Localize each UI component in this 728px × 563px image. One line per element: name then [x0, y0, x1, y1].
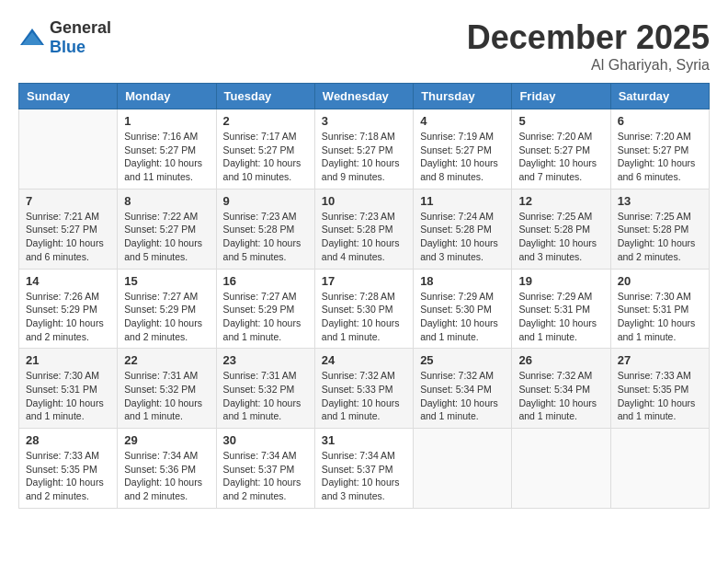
calendar-cell: 31Sunrise: 7:34 AM Sunset: 5:37 PM Dayli… — [314, 429, 413, 509]
day-info: Sunrise: 7:32 AM Sunset: 5:34 PM Dayligh… — [420, 369, 505, 423]
calendar-cell: 9Sunrise: 7:23 AM Sunset: 5:28 PM Daylig… — [216, 189, 314, 269]
calendar-cell: 8Sunrise: 7:22 AM Sunset: 5:27 PM Daylig… — [118, 189, 216, 269]
day-number: 11 — [420, 194, 505, 208]
weekday-header-row: SundayMondayTuesdayWednesdayThursdayFrid… — [19, 84, 710, 109]
day-number: 23 — [223, 353, 308, 367]
calendar-cell: 16Sunrise: 7:27 AM Sunset: 5:29 PM Dayli… — [216, 269, 314, 349]
calendar-cell: 20Sunrise: 7:30 AM Sunset: 5:31 PM Dayli… — [610, 269, 709, 349]
location-title: Al Ghariyah, Syria — [467, 57, 710, 74]
calendar-cell — [19, 109, 118, 190]
calendar-cell: 5Sunrise: 7:20 AM Sunset: 5:27 PM Daylig… — [512, 109, 610, 190]
day-info: Sunrise: 7:20 AM Sunset: 5:27 PM Dayligh… — [618, 130, 702, 184]
calendar-cell — [414, 429, 512, 509]
weekday-header-wednesday: Wednesday — [314, 84, 413, 109]
day-number: 1 — [124, 114, 209, 128]
calendar-cell: 27Sunrise: 7:33 AM Sunset: 5:35 PM Dayli… — [610, 349, 709, 429]
calendar-cell: 28Sunrise: 7:33 AM Sunset: 5:35 PM Dayli… — [19, 429, 118, 509]
calendar-cell: 17Sunrise: 7:28 AM Sunset: 5:30 PM Dayli… — [314, 269, 413, 349]
day-number: 28 — [26, 433, 110, 447]
calendar-cell: 11Sunrise: 7:24 AM Sunset: 5:28 PM Dayli… — [414, 189, 512, 269]
weekday-header-sunday: Sunday — [19, 84, 118, 109]
logo-text: General Blue — [50, 18, 111, 57]
day-number: 25 — [420, 353, 505, 367]
calendar-cell — [512, 429, 610, 509]
day-info: Sunrise: 7:16 AM Sunset: 5:27 PM Dayligh… — [124, 130, 209, 184]
day-info: Sunrise: 7:26 AM Sunset: 5:29 PM Dayligh… — [26, 290, 110, 344]
day-number: 7 — [26, 194, 110, 208]
day-info: Sunrise: 7:28 AM Sunset: 5:30 PM Dayligh… — [322, 290, 406, 344]
weekday-header-monday: Monday — [118, 84, 216, 109]
day-number: 8 — [124, 194, 209, 208]
day-info: Sunrise: 7:32 AM Sunset: 5:34 PM Dayligh… — [518, 369, 603, 423]
weekday-header-friday: Friday — [512, 84, 610, 109]
day-number: 14 — [26, 274, 110, 288]
day-info: Sunrise: 7:30 AM Sunset: 5:31 PM Dayligh… — [618, 290, 702, 344]
logo-general: General — [50, 18, 111, 37]
calendar-cell: 10Sunrise: 7:23 AM Sunset: 5:28 PM Dayli… — [314, 189, 413, 269]
day-info: Sunrise: 7:23 AM Sunset: 5:28 PM Dayligh… — [322, 210, 406, 264]
day-info: Sunrise: 7:34 AM Sunset: 5:37 PM Dayligh… — [223, 449, 308, 503]
calendar-cell: 13Sunrise: 7:25 AM Sunset: 5:28 PM Dayli… — [610, 189, 709, 269]
calendar-cell: 26Sunrise: 7:32 AM Sunset: 5:34 PM Dayli… — [512, 349, 610, 429]
day-number: 24 — [322, 353, 406, 367]
day-number: 18 — [420, 274, 505, 288]
calendar-cell: 21Sunrise: 7:30 AM Sunset: 5:31 PM Dayli… — [19, 349, 118, 429]
calendar-cell — [610, 429, 709, 509]
day-number: 19 — [518, 274, 603, 288]
day-info: Sunrise: 7:24 AM Sunset: 5:28 PM Dayligh… — [420, 210, 505, 264]
logo-blue: Blue — [50, 38, 85, 56]
weekday-header-thursday: Thursday — [414, 84, 512, 109]
weekday-header-saturday: Saturday — [610, 84, 709, 109]
calendar-cell: 7Sunrise: 7:21 AM Sunset: 5:27 PM Daylig… — [19, 189, 118, 269]
day-info: Sunrise: 7:18 AM Sunset: 5:27 PM Dayligh… — [322, 130, 406, 184]
calendar-cell: 14Sunrise: 7:26 AM Sunset: 5:29 PM Dayli… — [19, 269, 118, 349]
day-info: Sunrise: 7:27 AM Sunset: 5:29 PM Dayligh… — [223, 290, 308, 344]
day-number: 15 — [124, 274, 209, 288]
calendar-cell: 6Sunrise: 7:20 AM Sunset: 5:27 PM Daylig… — [610, 109, 709, 190]
calendar-cell: 12Sunrise: 7:25 AM Sunset: 5:28 PM Dayli… — [512, 189, 610, 269]
calendar-week-3: 21Sunrise: 7:30 AM Sunset: 5:31 PM Dayli… — [19, 349, 710, 429]
day-number: 29 — [124, 433, 209, 447]
weekday-header-tuesday: Tuesday — [216, 84, 314, 109]
day-info: Sunrise: 7:19 AM Sunset: 5:27 PM Dayligh… — [420, 130, 505, 184]
month-title: December 2025 — [467, 18, 710, 57]
day-info: Sunrise: 7:32 AM Sunset: 5:33 PM Dayligh… — [322, 369, 406, 423]
day-info: Sunrise: 7:27 AM Sunset: 5:29 PM Dayligh… — [124, 290, 209, 344]
calendar-body: 1Sunrise: 7:16 AM Sunset: 5:27 PM Daylig… — [19, 109, 710, 509]
day-number: 9 — [223, 194, 308, 208]
day-number: 31 — [322, 433, 406, 447]
calendar-week-1: 7Sunrise: 7:21 AM Sunset: 5:27 PM Daylig… — [19, 189, 710, 269]
page-header: General Blue December 2025 Al Ghariyah, … — [18, 18, 710, 74]
day-info: Sunrise: 7:33 AM Sunset: 5:35 PM Dayligh… — [26, 449, 110, 503]
day-info: Sunrise: 7:30 AM Sunset: 5:31 PM Dayligh… — [26, 369, 110, 423]
calendar-cell: 24Sunrise: 7:32 AM Sunset: 5:33 PM Dayli… — [314, 349, 413, 429]
calendar-cell: 1Sunrise: 7:16 AM Sunset: 5:27 PM Daylig… — [118, 109, 216, 190]
day-info: Sunrise: 7:20 AM Sunset: 5:27 PM Dayligh… — [518, 130, 603, 184]
day-info: Sunrise: 7:25 AM Sunset: 5:28 PM Dayligh… — [618, 210, 702, 264]
calendar-cell: 3Sunrise: 7:18 AM Sunset: 5:27 PM Daylig… — [314, 109, 413, 190]
day-info: Sunrise: 7:22 AM Sunset: 5:27 PM Dayligh… — [124, 210, 209, 264]
day-number: 4 — [420, 114, 505, 128]
day-info: Sunrise: 7:34 AM Sunset: 5:37 PM Dayligh… — [322, 449, 406, 503]
day-info: Sunrise: 7:29 AM Sunset: 5:31 PM Dayligh… — [518, 290, 603, 344]
calendar-table: SundayMondayTuesdayWednesdayThursdayFrid… — [18, 83, 710, 509]
calendar-cell: 23Sunrise: 7:31 AM Sunset: 5:32 PM Dayli… — [216, 349, 314, 429]
day-number: 26 — [518, 353, 603, 367]
calendar-cell: 19Sunrise: 7:29 AM Sunset: 5:31 PM Dayli… — [512, 269, 610, 349]
day-info: Sunrise: 7:21 AM Sunset: 5:27 PM Dayligh… — [26, 210, 110, 264]
calendar-week-4: 28Sunrise: 7:33 AM Sunset: 5:35 PM Dayli… — [19, 429, 710, 509]
day-info: Sunrise: 7:33 AM Sunset: 5:35 PM Dayligh… — [618, 369, 702, 423]
title-area: December 2025 Al Ghariyah, Syria — [467, 18, 710, 74]
day-number: 10 — [322, 194, 406, 208]
day-number: 13 — [618, 194, 702, 208]
calendar-cell: 2Sunrise: 7:17 AM Sunset: 5:27 PM Daylig… — [216, 109, 314, 190]
day-number: 16 — [223, 274, 308, 288]
day-info: Sunrise: 7:23 AM Sunset: 5:28 PM Dayligh… — [223, 210, 308, 264]
day-number: 17 — [322, 274, 406, 288]
day-number: 12 — [518, 194, 603, 208]
calendar-week-2: 14Sunrise: 7:26 AM Sunset: 5:29 PM Dayli… — [19, 269, 710, 349]
day-number: 30 — [223, 433, 308, 447]
day-info: Sunrise: 7:31 AM Sunset: 5:32 PM Dayligh… — [124, 369, 209, 423]
logo: General Blue — [18, 18, 111, 57]
day-number: 22 — [124, 353, 209, 367]
